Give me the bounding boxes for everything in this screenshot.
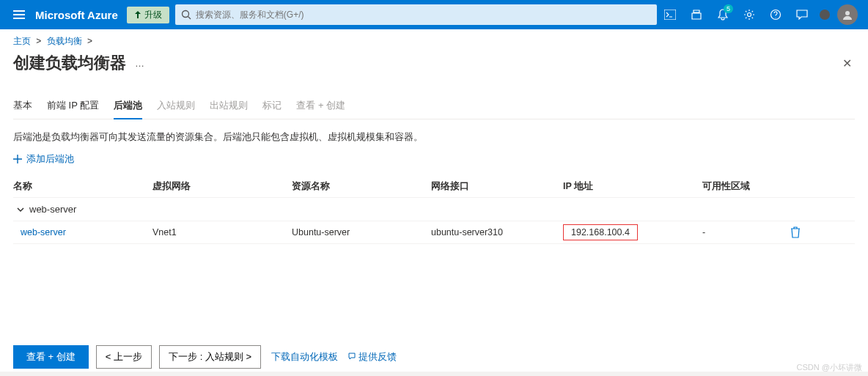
toolbar-icons: 5 xyxy=(657,0,862,29)
arrow-up-icon xyxy=(134,11,141,18)
avatar xyxy=(837,4,858,25)
breadcrumb-parent[interactable]: 负载均衡 xyxy=(47,36,82,46)
content: 基本 前端 IP 配置 后端池 入站规则 出站规则 标记 查看 + 创建 后端池… xyxy=(0,93,868,244)
tab-backend-pool[interactable]: 后端池 xyxy=(114,93,142,119)
chevron-right-icon: > xyxy=(36,36,41,46)
download-template-link[interactable]: 下载自动化模板 xyxy=(271,351,338,364)
group-row[interactable]: web-server xyxy=(13,198,855,221)
more-icon[interactable]: … xyxy=(135,58,144,69)
svg-point-0 xyxy=(182,11,188,18)
row-name-link[interactable]: web-server xyxy=(13,227,152,237)
directory-icon[interactable] xyxy=(683,0,710,29)
svg-point-5 xyxy=(845,11,850,15)
description-text: 后端池是负载均衡器可向其发送流量的资源集合。后端池只能包含虚拟机、虚拟机规模集和… xyxy=(13,131,855,144)
feedback-label: 提供反馈 xyxy=(358,352,397,362)
row-nic: ubuntu-server310 xyxy=(431,227,563,237)
tab-inbound-rules[interactable]: 入站规则 xyxy=(157,93,195,119)
tab-frontend-ip[interactable]: 前端 IP 配置 xyxy=(47,93,99,119)
breadcrumb-home[interactable]: 主页 xyxy=(13,36,31,46)
col-name: 名称 xyxy=(13,180,152,193)
previous-button[interactable]: < 上一步 xyxy=(96,345,152,369)
footer: 查看 + 创建 < 上一步 下一步 : 入站规则 > 下载自动化模板 提供反馈 xyxy=(13,345,855,369)
plus-icon xyxy=(13,155,22,163)
chevron-down-icon xyxy=(16,205,25,214)
delete-button[interactable] xyxy=(790,226,820,238)
upgrade-label: 升级 xyxy=(144,9,162,21)
feedback-small-icon xyxy=(348,353,356,360)
account-button[interactable] xyxy=(815,0,862,29)
row-resource: Ubuntu-server xyxy=(292,227,431,237)
svg-point-3 xyxy=(748,13,751,17)
horizontal-scrollbar[interactable] xyxy=(0,372,868,376)
add-label: 添加后端池 xyxy=(26,152,74,166)
table-row: web-server Vnet1 Ubuntu-server ubuntu-se… xyxy=(13,221,855,244)
brand-label: Microsoft Azure xyxy=(35,9,118,21)
tab-review-create[interactable]: 查看 + 创建 xyxy=(296,93,345,119)
backend-pool-table: 名称 虚拟网络 资源名称 网络接口 IP 地址 可用性区域 web-server… xyxy=(13,176,855,244)
help-icon[interactable] xyxy=(762,0,789,29)
notifications-icon[interactable]: 5 xyxy=(710,0,736,29)
col-zone: 可用性区域 xyxy=(702,180,790,193)
svg-line-1 xyxy=(188,17,191,20)
review-create-button[interactable]: 查看 + 创建 xyxy=(13,345,89,369)
col-ip: IP 地址 xyxy=(563,180,702,193)
search-input[interactable] xyxy=(175,4,657,25)
upgrade-button[interactable]: 升级 xyxy=(127,7,169,23)
tabs: 基本 前端 IP 配置 后端池 入站规则 出站规则 标记 查看 + 创建 xyxy=(13,93,855,119)
tab-outbound-rules[interactable]: 出站规则 xyxy=(210,93,248,119)
table-header: 名称 虚拟网络 资源名称 网络接口 IP 地址 可用性区域 xyxy=(13,176,855,198)
search-icon xyxy=(181,10,191,20)
row-ip: 192.168.100.4 xyxy=(563,224,638,240)
row-vnet: Vnet1 xyxy=(152,227,292,237)
svg-rect-2 xyxy=(664,10,676,20)
add-backend-pool-button[interactable]: 添加后端池 xyxy=(13,152,855,166)
cloud-shell-icon[interactable] xyxy=(657,0,683,29)
chevron-right-icon: > xyxy=(87,36,92,46)
col-nic: 网络接口 xyxy=(431,180,563,193)
feedback-icon[interactable] xyxy=(789,0,815,29)
col-resource: 资源名称 xyxy=(292,180,431,193)
close-icon[interactable]: ✕ xyxy=(839,54,855,73)
tenant-icon xyxy=(820,10,830,20)
page-header: 创建负载均衡器 … ✕ xyxy=(0,51,868,81)
tab-basic[interactable]: 基本 xyxy=(13,93,32,119)
group-name: web-server xyxy=(29,204,76,215)
top-bar: Microsoft Azure 升级 5 xyxy=(0,0,868,29)
breadcrumb: 主页 > 负载均衡 > xyxy=(0,29,868,51)
search-field[interactable] xyxy=(196,10,651,20)
page-title: 创建负载均衡器 xyxy=(13,52,126,74)
row-zone: - xyxy=(702,227,790,237)
feedback-link[interactable]: 提供反馈 xyxy=(348,351,396,364)
col-vnet: 虚拟网络 xyxy=(152,180,292,193)
settings-icon[interactable] xyxy=(736,0,762,29)
next-button[interactable]: 下一步 : 入站规则 > xyxy=(159,345,261,369)
tab-tags[interactable]: 标记 xyxy=(262,93,282,119)
menu-icon[interactable] xyxy=(6,10,32,19)
notification-badge: 5 xyxy=(724,4,733,13)
